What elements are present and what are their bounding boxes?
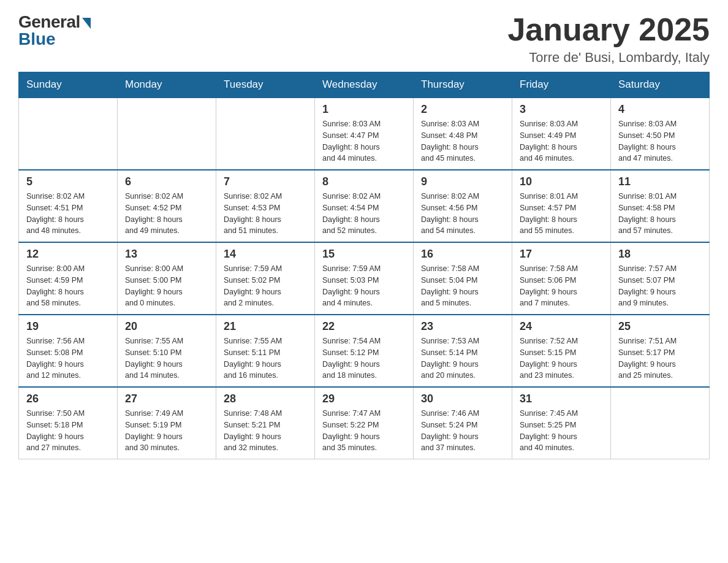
day-info: Sunrise: 7:48 AM Sunset: 5:21 PM Dayligh…	[224, 408, 307, 454]
day-number: 5	[26, 175, 110, 188]
day-info: Sunrise: 7:53 AM Sunset: 5:14 PM Dayligh…	[421, 335, 504, 381]
calendar-cell: 16Sunrise: 7:58 AM Sunset: 5:04 PM Dayli…	[414, 242, 512, 315]
calendar-cell	[118, 98, 216, 170]
calendar-cell: 23Sunrise: 7:53 AM Sunset: 5:14 PM Dayli…	[414, 315, 512, 387]
weekday-header-tuesday: Tuesday	[216, 72, 315, 98]
calendar-cell: 8Sunrise: 8:02 AM Sunset: 4:54 PM Daylig…	[315, 170, 414, 242]
day-number: 8	[322, 175, 406, 188]
page-header: General Blue January 2025 Torre de' Busi…	[18, 12, 710, 66]
day-info: Sunrise: 7:55 AM Sunset: 5:10 PM Dayligh…	[125, 335, 208, 381]
day-info: Sunrise: 7:56 AM Sunset: 5:08 PM Dayligh…	[26, 335, 110, 381]
calendar-cell: 17Sunrise: 7:58 AM Sunset: 5:06 PM Dayli…	[512, 242, 611, 315]
day-number: 24	[520, 320, 603, 333]
calendar-cell: 7Sunrise: 8:02 AM Sunset: 4:53 PM Daylig…	[216, 170, 315, 242]
day-number: 19	[26, 320, 110, 333]
location-subtitle: Torre de' Busi, Lombardy, Italy	[507, 50, 710, 66]
day-number: 16	[421, 248, 504, 261]
calendar-cell: 3Sunrise: 8:03 AM Sunset: 4:49 PM Daylig…	[512, 98, 611, 170]
calendar-cell: 14Sunrise: 7:59 AM Sunset: 5:02 PM Dayli…	[216, 242, 315, 315]
day-info: Sunrise: 7:58 AM Sunset: 5:06 PM Dayligh…	[520, 263, 603, 309]
day-number: 12	[26, 248, 110, 261]
day-info: Sunrise: 8:01 AM Sunset: 4:58 PM Dayligh…	[618, 191, 702, 237]
weekday-header-friday: Friday	[512, 72, 611, 98]
calendar-cell: 22Sunrise: 7:54 AM Sunset: 5:12 PM Dayli…	[315, 315, 414, 387]
month-title: January 2025	[507, 12, 710, 47]
weekday-header-wednesday: Wednesday	[315, 72, 414, 98]
day-info: Sunrise: 8:02 AM Sunset: 4:54 PM Dayligh…	[322, 191, 406, 237]
day-info: Sunrise: 8:02 AM Sunset: 4:52 PM Dayligh…	[125, 191, 208, 237]
day-info: Sunrise: 8:03 AM Sunset: 4:47 PM Dayligh…	[322, 118, 406, 164]
day-number: 18	[618, 248, 702, 261]
day-info: Sunrise: 8:00 AM Sunset: 4:59 PM Dayligh…	[26, 263, 110, 309]
day-number: 6	[125, 175, 208, 188]
calendar-cell: 12Sunrise: 8:00 AM Sunset: 4:59 PM Dayli…	[19, 242, 118, 315]
calendar-cell: 5Sunrise: 8:02 AM Sunset: 4:51 PM Daylig…	[19, 170, 118, 242]
calendar-cell: 13Sunrise: 8:00 AM Sunset: 5:00 PM Dayli…	[118, 242, 216, 315]
day-number: 10	[520, 175, 603, 188]
day-info: Sunrise: 8:02 AM Sunset: 4:53 PM Dayligh…	[224, 191, 307, 237]
calendar-cell: 9Sunrise: 8:02 AM Sunset: 4:56 PM Daylig…	[414, 170, 512, 242]
day-info: Sunrise: 7:50 AM Sunset: 5:18 PM Dayligh…	[26, 408, 110, 454]
day-info: Sunrise: 7:49 AM Sunset: 5:19 PM Dayligh…	[125, 408, 208, 454]
calendar-cell: 18Sunrise: 7:57 AM Sunset: 5:07 PM Dayli…	[611, 242, 710, 315]
calendar-cell	[19, 98, 118, 170]
day-info: Sunrise: 8:03 AM Sunset: 4:49 PM Dayligh…	[520, 118, 603, 164]
calendar-cell: 11Sunrise: 8:01 AM Sunset: 4:58 PM Dayli…	[611, 170, 710, 242]
calendar-cell: 26Sunrise: 7:50 AM Sunset: 5:18 PM Dayli…	[19, 387, 118, 459]
day-info: Sunrise: 7:59 AM Sunset: 5:02 PM Dayligh…	[224, 263, 307, 309]
calendar-cell: 4Sunrise: 8:03 AM Sunset: 4:50 PM Daylig…	[611, 98, 710, 170]
day-info: Sunrise: 8:03 AM Sunset: 4:50 PM Dayligh…	[618, 118, 702, 164]
calendar-cell: 30Sunrise: 7:46 AM Sunset: 5:24 PM Dayli…	[414, 387, 512, 459]
day-number: 17	[520, 248, 603, 261]
weekday-header-monday: Monday	[118, 72, 216, 98]
day-number: 4	[618, 103, 702, 116]
day-number: 29	[322, 393, 406, 405]
calendar-cell: 24Sunrise: 7:52 AM Sunset: 5:15 PM Dayli…	[512, 315, 611, 387]
day-info: Sunrise: 8:03 AM Sunset: 4:48 PM Dayligh…	[421, 118, 504, 164]
calendar-cell: 25Sunrise: 7:51 AM Sunset: 5:17 PM Dayli…	[611, 315, 710, 387]
calendar-cell: 29Sunrise: 7:47 AM Sunset: 5:22 PM Dayli…	[315, 387, 414, 459]
calendar-cell: 1Sunrise: 8:03 AM Sunset: 4:47 PM Daylig…	[315, 98, 414, 170]
day-number: 15	[322, 248, 406, 261]
title-section: January 2025 Torre de' Busi, Lombardy, I…	[507, 12, 710, 66]
day-number: 31	[520, 393, 603, 405]
day-number: 26	[26, 393, 110, 405]
weekday-header-saturday: Saturday	[611, 72, 710, 98]
day-number: 9	[421, 175, 504, 188]
day-info: Sunrise: 7:57 AM Sunset: 5:07 PM Dayligh…	[618, 263, 702, 309]
day-number: 7	[224, 175, 307, 188]
day-number: 3	[520, 103, 603, 116]
calendar-cell: 19Sunrise: 7:56 AM Sunset: 5:08 PM Dayli…	[19, 315, 118, 387]
week-row-2: 5Sunrise: 8:02 AM Sunset: 4:51 PM Daylig…	[19, 170, 710, 242]
day-info: Sunrise: 7:54 AM Sunset: 5:12 PM Dayligh…	[322, 335, 406, 381]
day-number: 25	[618, 320, 702, 333]
week-row-3: 12Sunrise: 8:00 AM Sunset: 4:59 PM Dayli…	[19, 242, 710, 315]
day-number: 30	[421, 393, 504, 405]
calendar-cell: 21Sunrise: 7:55 AM Sunset: 5:11 PM Dayli…	[216, 315, 315, 387]
weekday-header-sunday: Sunday	[19, 72, 118, 98]
day-number: 11	[618, 175, 702, 188]
week-row-5: 26Sunrise: 7:50 AM Sunset: 5:18 PM Dayli…	[19, 387, 710, 459]
day-info: Sunrise: 8:00 AM Sunset: 5:00 PM Dayligh…	[125, 263, 208, 309]
day-number: 23	[421, 320, 504, 333]
day-number: 21	[224, 320, 307, 333]
calendar-cell: 31Sunrise: 7:45 AM Sunset: 5:25 PM Dayli…	[512, 387, 611, 459]
day-number: 27	[125, 393, 208, 405]
day-number: 28	[224, 393, 307, 405]
calendar-table: SundayMondayTuesdayWednesdayThursdayFrid…	[18, 72, 710, 459]
logo: General Blue	[18, 12, 91, 49]
calendar-cell: 20Sunrise: 7:55 AM Sunset: 5:10 PM Dayli…	[118, 315, 216, 387]
day-info: Sunrise: 8:02 AM Sunset: 4:56 PM Dayligh…	[421, 191, 504, 237]
day-number: 20	[125, 320, 208, 333]
weekday-header-thursday: Thursday	[414, 72, 512, 98]
calendar-cell: 15Sunrise: 7:59 AM Sunset: 5:03 PM Dayli…	[315, 242, 414, 315]
day-number: 13	[125, 248, 208, 261]
calendar-cell: 2Sunrise: 8:03 AM Sunset: 4:48 PM Daylig…	[414, 98, 512, 170]
day-number: 2	[421, 103, 504, 116]
day-info: Sunrise: 7:51 AM Sunset: 5:17 PM Dayligh…	[618, 335, 702, 381]
calendar-cell: 27Sunrise: 7:49 AM Sunset: 5:19 PM Dayli…	[118, 387, 216, 459]
day-info: Sunrise: 7:55 AM Sunset: 5:11 PM Dayligh…	[224, 335, 307, 381]
day-info: Sunrise: 7:45 AM Sunset: 5:25 PM Dayligh…	[520, 408, 603, 454]
logo-blue-text: Blue	[18, 29, 56, 49]
day-number: 22	[322, 320, 406, 333]
